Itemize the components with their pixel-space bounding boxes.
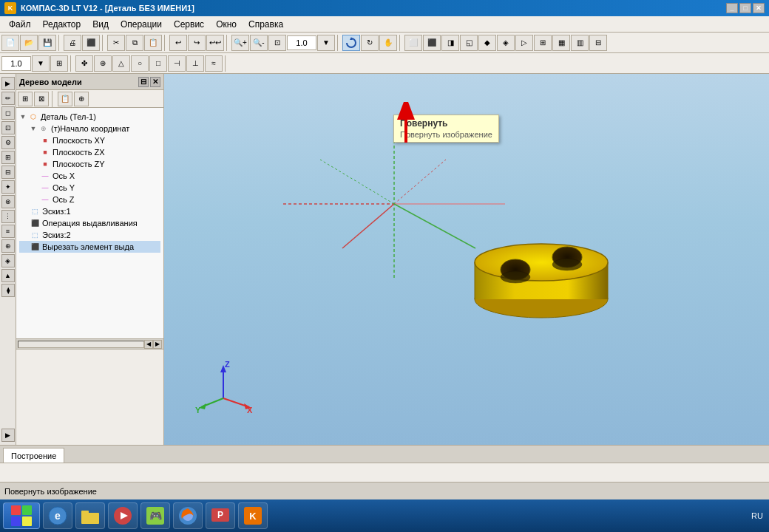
tree-tb-btn4[interactable]: ⊕ xyxy=(74,92,89,106)
tb-redo[interactable]: ↪ xyxy=(188,35,206,51)
maximize-button[interactable]: □ xyxy=(739,3,751,13)
left-icon-14[interactable]: ▲ xyxy=(1,269,15,282)
left-icon-6[interactable]: ⊞ xyxy=(1,151,15,164)
tree-tb-btn3[interactable]: 📋 xyxy=(58,92,72,106)
tb-save[interactable]: 💾 xyxy=(38,35,56,51)
zoom-value[interactable] xyxy=(287,35,316,50)
menu-edit[interactable]: Редактор xyxy=(37,18,87,31)
tb-render2[interactable]: ◈ xyxy=(497,35,515,51)
tree-close-button[interactable]: ✕ xyxy=(150,77,160,87)
svg-rect-30 xyxy=(11,516,21,526)
tb-rotate[interactable] xyxy=(342,35,360,51)
tb-new[interactable]: 📄 xyxy=(1,35,19,51)
tree-item-sketch1[interactable]: ⬚ Эскиз:1 xyxy=(19,205,160,217)
tb-zoom-drop[interactable]: ▼ xyxy=(317,35,335,51)
tree-item-sketch2[interactable]: ⬚ Эскиз:2 xyxy=(19,229,160,241)
tb-view-iso[interactable]: ◱ xyxy=(460,35,478,51)
tree-item-origin[interactable]: ▼ ⊕ (т)Начало координат xyxy=(19,123,160,134)
menu-view[interactable]: Вид xyxy=(87,18,115,31)
left-icon-8[interactable]: ✦ xyxy=(1,180,15,194)
tb-cut[interactable]: ✂ xyxy=(107,35,125,51)
taskbar-ie[interactable]: e xyxy=(43,502,72,529)
tb-more2[interactable]: ▥ xyxy=(571,35,589,51)
menu-window[interactable]: Окно xyxy=(210,18,243,31)
tb-paste[interactable]: 📋 xyxy=(144,35,162,51)
tree-item-xy[interactable]: ■ Плоскость XY xyxy=(19,134,160,146)
tree-tb-btn1[interactable]: ⊞ xyxy=(18,92,33,106)
tb-more1[interactable]: ▦ xyxy=(552,35,570,51)
tb2-snap5[interactable]: □ xyxy=(149,55,167,72)
tb-view-front[interactable]: ⬜ xyxy=(404,35,422,51)
tb-rotate2[interactable]: ↻ xyxy=(361,35,379,51)
left-icon-11[interactable]: ≡ xyxy=(1,225,15,238)
minimize-button[interactable]: _ xyxy=(726,3,738,13)
tree-tb-btn2[interactable]: ⊠ xyxy=(34,92,49,106)
tree-item-axis-y[interactable]: — Ось Y xyxy=(19,182,160,194)
menu-help[interactable]: Справка xyxy=(243,18,289,31)
menu-operations[interactable]: Операции xyxy=(115,18,168,31)
tb-print2[interactable]: ⬛ xyxy=(82,35,100,51)
left-icon-13[interactable]: ◈ xyxy=(1,254,15,267)
tree-item-axis-z[interactable]: — Ось Z xyxy=(19,194,160,205)
left-icon-9[interactable]: ⊗ xyxy=(1,195,15,208)
tb-view-right[interactable]: ◨ xyxy=(441,35,459,51)
tb-zoom-out[interactable]: 🔍- xyxy=(250,35,268,51)
left-icon-4[interactable]: ⊡ xyxy=(1,121,15,134)
tb-open[interactable]: 📂 xyxy=(20,35,38,51)
left-icon-10[interactable]: ⋮ xyxy=(1,210,15,223)
tb2-snap6[interactable]: ⊣ xyxy=(168,55,186,72)
tree-item-axis-x[interactable]: — Ось X xyxy=(19,170,160,182)
tb-render[interactable]: ◆ xyxy=(478,35,496,51)
menu-service[interactable]: Сервис xyxy=(168,18,210,31)
tb2-snap7[interactable]: ⊥ xyxy=(186,55,204,72)
tb2-snap8[interactable]: ≈ xyxy=(205,55,223,72)
tb-print[interactable]: 🖨 xyxy=(64,35,81,51)
left-icon-15[interactable]: ⧫ xyxy=(1,284,15,297)
taskbar-games[interactable]: 🎮 xyxy=(140,502,170,529)
taskbar-presentation[interactable]: P xyxy=(206,502,235,529)
tb2-snap1[interactable]: ✤ xyxy=(75,55,93,72)
tb2-value[interactable] xyxy=(1,56,31,71)
tb2-drop[interactable]: ▼ xyxy=(32,55,50,72)
left-icon-12[interactable]: ⊕ xyxy=(1,239,15,253)
tree-scroll-right[interactable]: ▶ xyxy=(153,340,162,349)
tb-view-top[interactable]: ⬛ xyxy=(423,35,441,51)
tree-item-detail[interactable]: ▼ ⬡ Деталь (Тел-1) xyxy=(19,111,160,123)
taskbar-kompas[interactable]: K xyxy=(238,502,268,529)
tree-item-cut[interactable]: ⬛ Вырезать элемент выда xyxy=(19,241,160,253)
tb-section[interactable]: ⊞ xyxy=(534,35,552,51)
tb2-snap3[interactable]: △ xyxy=(112,55,130,72)
tb-wire[interactable]: ▷ xyxy=(515,35,533,51)
viewport[interactable]: Повернуть Повернуть изображение xyxy=(164,74,769,445)
tree-item-zy[interactable]: ■ Плоскость ZY xyxy=(19,158,160,170)
tab-build[interactable]: Построение xyxy=(3,448,64,463)
tb-zoom-in[interactable]: 🔍+ xyxy=(231,35,249,51)
tree-scroll-left[interactable]: ◀ xyxy=(144,340,153,349)
tb-undo[interactable]: ↩ xyxy=(169,35,187,51)
tb-pan[interactable]: ✋ xyxy=(379,35,397,51)
tree-scrollbar[interactable] xyxy=(18,341,144,348)
left-icon-7[interactable]: ⊟ xyxy=(1,166,15,179)
tree-item-extrude[interactable]: ⬛ Операция выдавливания xyxy=(19,217,160,229)
tb-more3[interactable]: ⊟ xyxy=(589,35,607,51)
tree-pin-button[interactable]: ⊟ xyxy=(138,77,149,87)
left-icon-2[interactable]: ✏ xyxy=(1,92,15,105)
left-icon-expand[interactable]: ▶ xyxy=(1,429,15,442)
start-button[interactable] xyxy=(3,502,40,529)
tree-icon-axis-y: — xyxy=(40,183,50,193)
tb2-btn1[interactable]: ⊞ xyxy=(50,55,68,72)
tb-copy[interactable]: ⧉ xyxy=(126,35,143,51)
taskbar-media[interactable] xyxy=(108,502,138,529)
close-button[interactable]: ✕ xyxy=(753,3,765,13)
left-icon-1[interactable]: ▶ xyxy=(1,77,15,90)
tb-undo2[interactable]: ↩↩ xyxy=(206,35,224,51)
tb2-snap4[interactable]: ○ xyxy=(131,55,149,72)
tb2-snap2[interactable]: ⊕ xyxy=(94,55,112,72)
menu-file[interactable]: Файл xyxy=(3,18,37,31)
tb-zoom-fit[interactable]: ⊡ xyxy=(268,35,286,51)
tree-item-zx[interactable]: ■ Плоскость ZX xyxy=(19,146,160,158)
taskbar-folder[interactable] xyxy=(75,502,105,529)
taskbar-firefox[interactable] xyxy=(173,502,203,529)
left-icon-3[interactable]: ◻ xyxy=(1,106,15,120)
left-icon-5[interactable]: ⚙ xyxy=(1,136,15,149)
